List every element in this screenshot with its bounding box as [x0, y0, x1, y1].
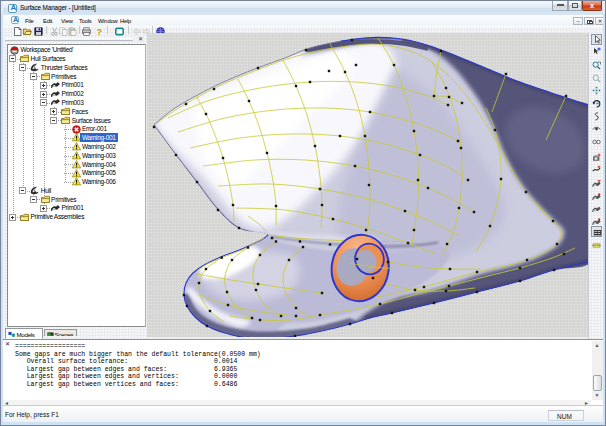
svg-text:?: ?: [97, 27, 103, 36]
